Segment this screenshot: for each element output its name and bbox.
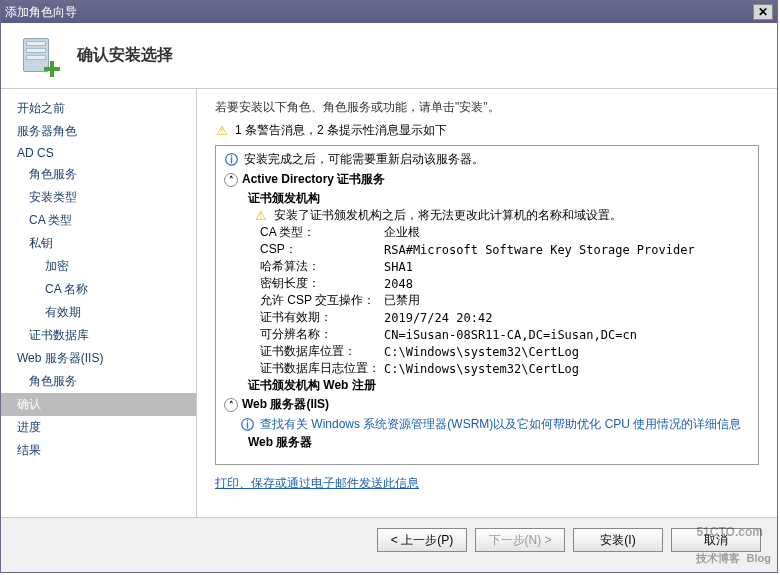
nav-progress[interactable]: 进度 [1,416,196,439]
info-icon [240,418,254,432]
nav-ca-name[interactable]: CA 名称 [1,278,196,301]
kv-row: CSP：RSA#Microsoft Software Key Storage P… [224,241,750,258]
kv-key: 允许 CSP 交互操作： [224,292,384,309]
nav-server-roles[interactable]: 服务器角色 [1,120,196,143]
next-button: 下一步(N) > [475,528,565,552]
content-area: 若要安装以下角色、角色服务或功能，请单击"安装"。 1 条警告消息，2 条提示性… [197,89,777,529]
kv-val: C:\Windows\system32\CertLog [384,362,579,376]
kv-row: CA 类型：企业根 [224,224,750,241]
iis-info-line: 查找有关 Windows 系统资源管理器(WSRM)以及它如何帮助优化 CPU … [224,415,750,434]
wizard-body: 开始之前 服务器角色 AD CS 角色服务 安装类型 CA 类型 私钥 加密 C… [1,89,777,529]
kv-row: 允许 CSP 交互操作：已禁用 [224,292,750,309]
nav-private-key[interactable]: 私钥 [1,232,196,255]
page-title: 确认安装选择 [77,45,173,66]
section-iis-label: Web 服务器(IIS) [242,396,329,413]
message-summary: 1 条警告消息，2 条提示性消息显示如下 [215,122,759,139]
restart-info-text: 安装完成之后，可能需要重新启动该服务器。 [244,151,484,168]
nav-sidebar: 开始之前 服务器角色 AD CS 角色服务 安装类型 CA 类型 私钥 加密 C… [1,89,197,529]
server-add-icon [19,36,59,76]
kv-row: 可分辨名称：CN=iSusan-08SR11-CA,DC=iSusan,DC=c… [224,326,750,343]
sub-ca: 证书颁发机构 [224,190,750,207]
kv-val: 2019/7/24 20:42 [384,311,492,325]
window-title: 添加角色向导 [5,4,753,21]
kv-val: CN=iSusan-08SR11-CA,DC=iSusan,DC=cn [384,328,637,342]
info-icon [224,153,238,167]
kv-val: 已禁用 [384,292,420,309]
kv-row: 哈希算法：SHA1 [224,258,750,275]
nav-cert-db[interactable]: 证书数据库 [1,324,196,347]
kv-key: 证书数据库日志位置： [224,360,384,377]
cancel-button[interactable]: 取消 [671,528,761,552]
kv-val: 企业根 [384,224,420,241]
warning-icon [215,124,229,138]
kv-key: 证书数据库位置： [224,343,384,360]
ca-warning-line: 安装了证书颁发机构之后，将无法更改此计算机的名称和域设置。 [224,207,750,224]
title-bar[interactable]: 添加角色向导 ✕ [1,1,777,23]
section-adcs[interactable]: ˄ Active Directory 证书服务 [224,169,750,190]
kv-key: 可分辨名称： [224,326,384,343]
nav-confirm[interactable]: 确认 [1,393,196,416]
wizard-window: 添加角色向导 ✕ 确认安装选择 开始之前 服务器角色 AD CS 角色服务 安装… [0,0,778,573]
nav-encryption[interactable]: 加密 [1,255,196,278]
kv-row: 密钥长度：2048 [224,275,750,292]
button-bar: < 上一步(P) 下一步(N) > 安装(I) 取消 [1,517,777,562]
print-save-email-link[interactable]: 打印、保存或通过电子邮件发送此信息 [215,475,759,492]
kv-key: CA 类型： [224,224,384,241]
kv-key: 哈希算法： [224,258,384,275]
wizard-header: 确认安装选择 [1,23,777,89]
install-button[interactable]: 安装(I) [573,528,663,552]
confirmation-panel[interactable]: 安装完成之后，可能需要重新启动该服务器。 ˄ Active Directory … [215,145,759,465]
nav-role-services[interactable]: 角色服务 [1,163,196,186]
nav-before[interactable]: 开始之前 [1,97,196,120]
kv-row: 证书数据库位置：C:\Windows\system32\CertLog [224,343,750,360]
chevron-up-icon[interactable]: ˄ [224,173,238,187]
nav-iis[interactable]: Web 服务器(IIS) [1,347,196,370]
intro-text: 若要安装以下角色、角色服务或功能，请单击"安装"。 [215,99,759,116]
prev-button[interactable]: < 上一步(P) [377,528,467,552]
nav-adcs[interactable]: AD CS [1,143,196,163]
kv-row: 证书数据库日志位置：C:\Windows\system32\CertLog [224,360,750,377]
chevron-up-icon[interactable]: ˄ [224,398,238,412]
nav-install-type[interactable]: 安装类型 [1,186,196,209]
nav-iis-role[interactable]: 角色服务 [1,370,196,393]
warning-icon [254,209,268,223]
iis-info-link[interactable]: 查找有关 Windows 系统资源管理器(WSRM)以及它如何帮助优化 CPU … [260,416,741,433]
nav-validity[interactable]: 有效期 [1,301,196,324]
close-icon[interactable]: ✕ [753,4,773,20]
sub-webserver: Web 服务器 [224,434,750,451]
kv-val: RSA#Microsoft Software Key Storage Provi… [384,243,695,257]
sub-ca-webreg: 证书颁发机构 Web 注册 [224,377,750,394]
section-adcs-label: Active Directory 证书服务 [242,171,385,188]
kv-key: 密钥长度： [224,275,384,292]
message-summary-text: 1 条警告消息，2 条提示性消息显示如下 [235,122,447,139]
kv-row: 证书有效期：2019/7/24 20:42 [224,309,750,326]
ca-warning-text: 安装了证书颁发机构之后，将无法更改此计算机的名称和域设置。 [274,207,622,224]
kv-key: 证书有效期： [224,309,384,326]
restart-info-line: 安装完成之后，可能需要重新启动该服务器。 [224,150,750,169]
kv-val: 2048 [384,277,413,291]
nav-result[interactable]: 结果 [1,439,196,462]
kv-val: SHA1 [384,260,413,274]
section-iis[interactable]: ˄ Web 服务器(IIS) [224,394,750,415]
nav-ca-type[interactable]: CA 类型 [1,209,196,232]
kv-key: CSP： [224,241,384,258]
kv-val: C:\Windows\system32\CertLog [384,345,579,359]
